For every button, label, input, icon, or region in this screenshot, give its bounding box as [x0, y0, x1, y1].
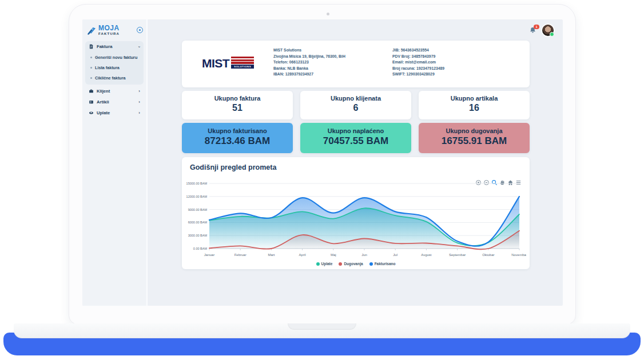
sidebar-subitem[interactable]: Lista faktura [85, 62, 144, 73]
logo-subtitle: FAKTURA [98, 32, 137, 35]
laptop-screen: MOJA FAKTURA Faktura › [69, 4, 576, 325]
app-logo-icon [87, 26, 97, 35]
legend-label: Uplate [321, 262, 333, 266]
app-logo-text: MOJA FAKTURA [98, 25, 137, 35]
stat-label: Ukupno faktura [182, 95, 293, 102]
laptop-base [14, 323, 630, 338]
company-info-line: Zivojina Misica 19, Bijeljina, 76300, Bi… [273, 54, 345, 60]
chevron-right-icon: › [138, 111, 140, 115]
svg-text:Novembar: Novembar [511, 253, 526, 257]
svg-text:April: April [299, 253, 306, 257]
company-info-right: JIB: 5643634523554PDV Broj: 34857843979E… [392, 47, 444, 78]
company-logo-stripes: SOLUTIONS [231, 57, 254, 69]
legend-label: Dugovanja [344, 262, 363, 266]
legend-dot-icon [339, 262, 342, 266]
legend-item-dugovanja[interactable]: Dugovanja [339, 262, 363, 266]
stat-label: Ukupno artikala [419, 95, 530, 102]
sidebar-subitem-label: Generiši novu fakturu [95, 55, 137, 60]
svg-text:12000.00 BAM: 12000.00 BAM [186, 195, 208, 198]
stat-card-klijenti: Ukupno klijenata 6 [300, 91, 411, 119]
bullet-dot-icon [90, 57, 92, 58]
total-label: Ukupno dugovanja [419, 127, 530, 134]
stat-card-artikli: Ukupno artikala 16 [419, 91, 530, 119]
sidebar-item-uplate[interactable]: Uplate › [85, 107, 144, 118]
sidebar-subitem[interactable]: Ciklične faktura [85, 73, 144, 83]
company-info-line: Telefon: 066123123 [273, 59, 345, 66]
submenu-faktura: Generiši novu fakturuLista fakturaCiklič… [85, 52, 144, 83]
sidebar-item-artikli[interactable]: Artikli › [85, 97, 144, 107]
bullet-dot-icon [90, 77, 92, 79]
company-info-line: JIB: 5643634523554 [392, 47, 444, 54]
stat-value: 6 [300, 103, 411, 113]
company-info-card: MIST SOLUTIONS MIST SolutionsZivojina Mi… [182, 41, 530, 87]
svg-text:9000.00 BAM: 9000.00 BAM [188, 208, 208, 211]
legend-dot-icon [316, 262, 320, 266]
company-info-line: MIST Solutions [273, 47, 345, 54]
company-info-line: SWIFT: 1290303428029 [392, 71, 444, 78]
sidebar-toggle-icon[interactable] [137, 27, 143, 33]
svg-text:Avgust: Avgust [421, 253, 432, 257]
briefcase-icon [89, 89, 94, 94]
payments-icon [89, 110, 94, 115]
svg-text:Jul: Jul [393, 253, 397, 257]
sidebar-item-faktura[interactable]: Faktura › [85, 41, 144, 52]
main-content: 1 MIST SOLUTIONS MIST SolutionsZivojina … [148, 19, 563, 306]
chevron-right-icon: › [138, 100, 140, 105]
legend-item-fakturisano[interactable]: Fakturisano [369, 262, 396, 266]
stat-card-fakture: Ukupno faktura 51 [182, 91, 293, 119]
company-info-line: Email: mist@email.com [392, 59, 444, 66]
stat-value: 51 [182, 103, 293, 113]
chart-card: Godišnji pregled prometa 0.00 BAM3000.00… [182, 157, 530, 269]
laptop-base-notch [288, 323, 356, 330]
legend-dot-icon [369, 262, 373, 266]
chart-plot-area[interactable]: 0.00 BAM3000.00 BAM6000.00 BAM9000.00 BA… [185, 180, 526, 259]
notification-bell-icon[interactable]: 1 [528, 26, 537, 35]
chevron-down-icon: › [137, 46, 142, 47]
stat-label: Ukupno klijenata [300, 95, 411, 102]
svg-text:Januar: Januar [204, 253, 214, 257]
company-info-line: Banka: NLB Banka [273, 66, 345, 72]
sidebar-item-label: Klijent [97, 89, 136, 94]
total-value: 70457.55 BAM [300, 135, 411, 147]
topbar: 1 [528, 25, 554, 36]
legend-item-uplate[interactable]: Uplate [316, 262, 333, 266]
svg-text:Septembar: Septembar [449, 253, 466, 257]
chart-legend: UplateDugovanjaFakturisano [182, 262, 530, 266]
user-avatar[interactable] [542, 25, 554, 36]
menu-group-faktura: Faktura › Generiši novu fakturuLista fak… [85, 41, 144, 85]
sidebar-item-klijent[interactable]: Klijent › [85, 86, 144, 97]
total-label: Ukupno naplaćeno [300, 127, 411, 134]
company-logo: MIST SOLUTIONS [202, 57, 254, 69]
company-info-line: Broj racuna: 1923479123489 [392, 66, 444, 72]
total-card-naplaceno: Ukupno naplaćeno 70457.55 BAM [300, 123, 411, 153]
chevron-right-icon: › [138, 89, 140, 94]
svg-text:0.00 BAM: 0.00 BAM [193, 247, 208, 250]
company-info-left: MIST SolutionsZivojina Misica 19, Bijelj… [273, 47, 345, 78]
app-window: MOJA FAKTURA Faktura › [82, 19, 563, 306]
total-label: Ukupno fakturisano [182, 127, 293, 134]
sidebar-item-label: Uplate [97, 110, 136, 115]
svg-text:Jun: Jun [361, 253, 367, 257]
webcam-dot [327, 13, 329, 15]
svg-text:Maj: Maj [331, 253, 336, 257]
svg-text:Mart: Mart [268, 253, 275, 257]
sidebar-subitem[interactable]: Generiši novu fakturu [85, 52, 144, 62]
laptop-mockup: MOJA FAKTURA Faktura › [0, 0, 644, 360]
svg-text:Oktobar: Oktobar [482, 253, 494, 257]
svg-text:15000.00 BAM: 15000.00 BAM [186, 182, 208, 185]
company-logo-subtext: SOLUTIONS [231, 65, 254, 69]
chart-title: Godišnji pregled prometa [190, 163, 276, 171]
company-info-line: PDV Broj: 34857843979 [392, 54, 444, 60]
stat-value: 16 [419, 103, 530, 113]
legend-label: Fakturisano [375, 262, 396, 266]
sidebar-subitem-label: Ciklične faktura [95, 75, 126, 81]
total-value: 87213.46 BAM [182, 135, 293, 147]
svg-text:Februar: Februar [234, 253, 247, 257]
notification-badge: 1 [534, 25, 539, 29]
svg-text:3000.00 BAM: 3000.00 BAM [188, 234, 208, 237]
sidebar-item-label: Faktura [97, 44, 136, 49]
total-card-dugovanja: Ukupno dugovanja 16755.91 BAM [419, 123, 530, 153]
invoice-icon [89, 44, 94, 49]
company-info-line: IBAN: 1289379234927 [273, 71, 345, 78]
logo-title: MOJA [98, 25, 137, 31]
